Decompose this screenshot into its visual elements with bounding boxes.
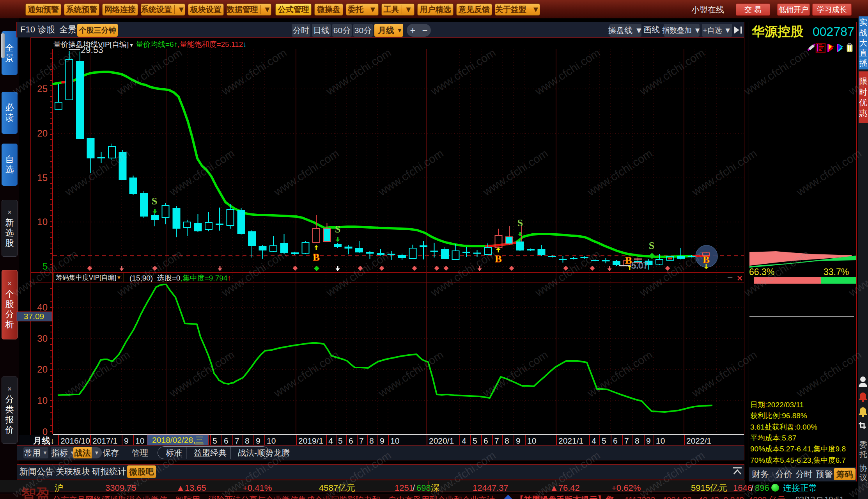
- svg-text:B: B: [313, 252, 319, 263]
- svg-text:S: S: [649, 240, 654, 251]
- svg-text:5.07: 5.07: [631, 261, 648, 270]
- svg-text:29.53: 29.53: [81, 45, 103, 55]
- svg-text:30: 30: [37, 333, 48, 344]
- svg-text:10: 10: [37, 217, 48, 227]
- svg-text:10: 10: [37, 395, 48, 406]
- svg-text:20: 20: [37, 364, 48, 375]
- svg-text:S: S: [152, 195, 157, 207]
- svg-text:0: 0: [43, 426, 48, 437]
- svg-text:37.09: 37.09: [24, 312, 44, 321]
- svg-text:S: S: [335, 224, 340, 235]
- svg-text:20: 20: [37, 128, 48, 139]
- svg-text:S: S: [517, 217, 523, 229]
- svg-text:15: 15: [37, 172, 48, 183]
- svg-text:40: 40: [37, 302, 48, 313]
- svg-text:25: 25: [37, 83, 48, 94]
